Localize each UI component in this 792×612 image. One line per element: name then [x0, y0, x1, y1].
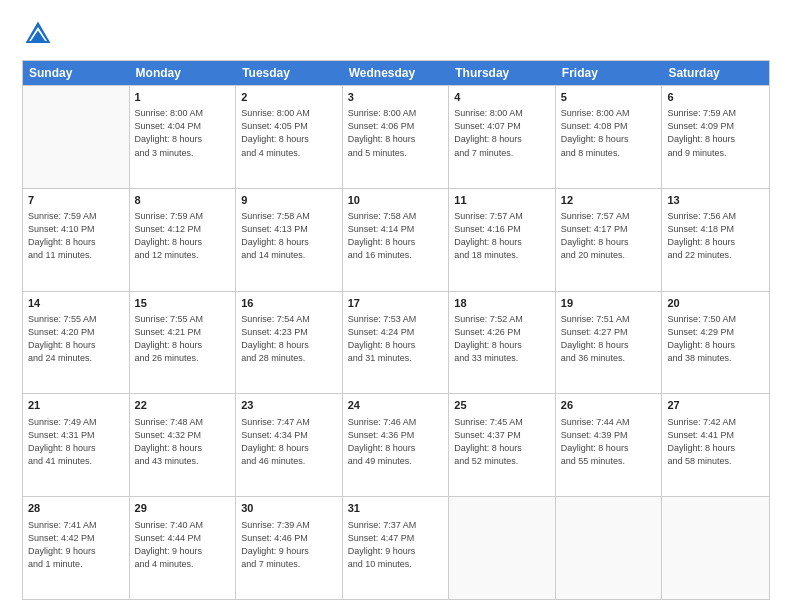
calendar-header: SundayMondayTuesdayWednesdayThursdayFrid… — [23, 61, 769, 85]
calendar-cell: 10Sunrise: 7:58 AMSunset: 4:14 PMDayligh… — [343, 189, 450, 291]
day-number: 14 — [28, 296, 124, 311]
day-number: 31 — [348, 501, 444, 516]
day-number: 19 — [561, 296, 657, 311]
cell-info-line: Daylight: 8 hours — [28, 339, 124, 352]
day-of-week-header: Wednesday — [343, 61, 450, 85]
cell-info-line: and 3 minutes. — [135, 147, 231, 160]
cell-info-line: Daylight: 8 hours — [241, 236, 337, 249]
calendar-cell: 3Sunrise: 8:00 AMSunset: 4:06 PMDaylight… — [343, 86, 450, 188]
cell-info-line: Sunset: 4:13 PM — [241, 223, 337, 236]
day-number: 2 — [241, 90, 337, 105]
cell-info-line: Daylight: 9 hours — [241, 545, 337, 558]
calendar-cell: 6Sunrise: 7:59 AMSunset: 4:09 PMDaylight… — [662, 86, 769, 188]
cell-info-line: and 36 minutes. — [561, 352, 657, 365]
cell-info-line: Daylight: 8 hours — [241, 339, 337, 352]
cell-info-line: and 41 minutes. — [28, 455, 124, 468]
day-number: 7 — [28, 193, 124, 208]
cell-info-line: Daylight: 8 hours — [135, 133, 231, 146]
day-number: 28 — [28, 501, 124, 516]
day-number: 29 — [135, 501, 231, 516]
day-number: 5 — [561, 90, 657, 105]
calendar-cell: 26Sunrise: 7:44 AMSunset: 4:39 PMDayligh… — [556, 394, 663, 496]
day-number: 21 — [28, 398, 124, 413]
cell-info-line: Sunset: 4:47 PM — [348, 532, 444, 545]
calendar-cell: 20Sunrise: 7:50 AMSunset: 4:29 PMDayligh… — [662, 292, 769, 394]
cell-info-line: Sunset: 4:07 PM — [454, 120, 550, 133]
cell-info-line: Sunset: 4:26 PM — [454, 326, 550, 339]
calendar-cell: 9Sunrise: 7:58 AMSunset: 4:13 PMDaylight… — [236, 189, 343, 291]
day-number: 22 — [135, 398, 231, 413]
cell-info-line: Sunset: 4:16 PM — [454, 223, 550, 236]
calendar-cell — [662, 497, 769, 599]
cell-info-line: Sunrise: 7:54 AM — [241, 313, 337, 326]
cell-info-line: Sunrise: 8:00 AM — [561, 107, 657, 120]
cell-info-line: Sunset: 4:37 PM — [454, 429, 550, 442]
day-number: 12 — [561, 193, 657, 208]
cell-info-line: Daylight: 8 hours — [667, 339, 764, 352]
day-number: 3 — [348, 90, 444, 105]
cell-info-line: Sunrise: 7:49 AM — [28, 416, 124, 429]
cell-info-line: and 38 minutes. — [667, 352, 764, 365]
day-of-week-header: Thursday — [449, 61, 556, 85]
cell-info-line: Daylight: 8 hours — [28, 236, 124, 249]
calendar-week-row: 7Sunrise: 7:59 AMSunset: 4:10 PMDaylight… — [23, 188, 769, 291]
cell-info-line: and 14 minutes. — [241, 249, 337, 262]
cell-info-line: and 24 minutes. — [28, 352, 124, 365]
cell-info-line: Sunset: 4:12 PM — [135, 223, 231, 236]
header — [22, 18, 770, 50]
calendar-cell: 22Sunrise: 7:48 AMSunset: 4:32 PMDayligh… — [130, 394, 237, 496]
calendar-cell: 29Sunrise: 7:40 AMSunset: 4:44 PMDayligh… — [130, 497, 237, 599]
cell-info-line: Daylight: 8 hours — [667, 236, 764, 249]
cell-info-line: Sunrise: 7:52 AM — [454, 313, 550, 326]
cell-info-line: Sunset: 4:44 PM — [135, 532, 231, 545]
cell-info-line: and 49 minutes. — [348, 455, 444, 468]
day-number: 9 — [241, 193, 337, 208]
cell-info-line: Sunset: 4:31 PM — [28, 429, 124, 442]
calendar-cell — [556, 497, 663, 599]
cell-info-line: Daylight: 8 hours — [667, 133, 764, 146]
cell-info-line: Daylight: 8 hours — [348, 133, 444, 146]
cell-info-line: Daylight: 8 hours — [454, 133, 550, 146]
logo-icon — [22, 18, 54, 50]
cell-info-line: Sunset: 4:23 PM — [241, 326, 337, 339]
cell-info-line: Sunset: 4:20 PM — [28, 326, 124, 339]
cell-info-line: and 7 minutes. — [454, 147, 550, 160]
calendar-week-row: 21Sunrise: 7:49 AMSunset: 4:31 PMDayligh… — [23, 393, 769, 496]
day-number: 30 — [241, 501, 337, 516]
day-of-week-header: Sunday — [23, 61, 130, 85]
calendar-cell: 5Sunrise: 8:00 AMSunset: 4:08 PMDaylight… — [556, 86, 663, 188]
cell-info-line: Sunset: 4:41 PM — [667, 429, 764, 442]
cell-info-line: Sunrise: 7:42 AM — [667, 416, 764, 429]
cell-info-line: and 5 minutes. — [348, 147, 444, 160]
cell-info-line: and 10 minutes. — [348, 558, 444, 571]
day-number: 1 — [135, 90, 231, 105]
cell-info-line: Sunrise: 8:00 AM — [241, 107, 337, 120]
cell-info-line: and 7 minutes. — [241, 558, 337, 571]
cell-info-line: Daylight: 9 hours — [348, 545, 444, 558]
cell-info-line: Sunrise: 7:58 AM — [348, 210, 444, 223]
calendar-cell: 15Sunrise: 7:55 AMSunset: 4:21 PMDayligh… — [130, 292, 237, 394]
cell-info-line: Sunrise: 7:50 AM — [667, 313, 764, 326]
calendar-cell: 13Sunrise: 7:56 AMSunset: 4:18 PMDayligh… — [662, 189, 769, 291]
cell-info-line: Sunset: 4:10 PM — [28, 223, 124, 236]
cell-info-line: Daylight: 8 hours — [454, 442, 550, 455]
cell-info-line: Sunrise: 8:00 AM — [135, 107, 231, 120]
cell-info-line: Sunset: 4:14 PM — [348, 223, 444, 236]
calendar-cell — [449, 497, 556, 599]
day-number: 17 — [348, 296, 444, 311]
cell-info-line: and 28 minutes. — [241, 352, 337, 365]
cell-info-line: Sunrise: 8:00 AM — [454, 107, 550, 120]
cell-info-line: Sunset: 4:46 PM — [241, 532, 337, 545]
cell-info-line: and 18 minutes. — [454, 249, 550, 262]
cell-info-line: Daylight: 8 hours — [348, 236, 444, 249]
cell-info-line: Sunset: 4:34 PM — [241, 429, 337, 442]
cell-info-line: and 26 minutes. — [135, 352, 231, 365]
day-number: 27 — [667, 398, 764, 413]
cell-info-line: Sunrise: 7:40 AM — [135, 519, 231, 532]
cell-info-line: Daylight: 8 hours — [561, 236, 657, 249]
cell-info-line: Sunrise: 7:46 AM — [348, 416, 444, 429]
cell-info-line: Daylight: 9 hours — [135, 545, 231, 558]
day-number: 4 — [454, 90, 550, 105]
cell-info-line: Daylight: 8 hours — [135, 339, 231, 352]
cell-info-line: Sunrise: 7:45 AM — [454, 416, 550, 429]
